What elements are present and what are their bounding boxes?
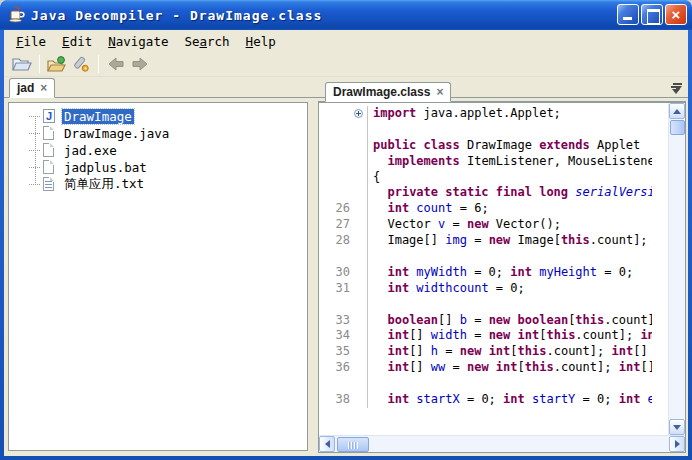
fold-column	[353, 281, 368, 297]
open-file-icon[interactable]	[10, 54, 34, 75]
line-number	[319, 154, 353, 170]
open-type-icon[interactable]	[45, 54, 69, 75]
tree-item-label[interactable]: DrawImage	[62, 109, 134, 124]
tree-item[interactable]: DrawImage	[9, 108, 307, 125]
file-icon	[41, 160, 57, 175]
vertical-scrollbar[interactable]	[668, 103, 685, 435]
editor-tab-list-chevron-icon[interactable]	[671, 86, 680, 94]
tree-connector	[29, 167, 40, 168]
code-line: 27 Vector v = new Vector();	[319, 217, 652, 233]
fold-column	[353, 154, 368, 170]
code-line: 30 int myWidth = 0; int myHeight = 0;	[319, 265, 652, 281]
menu-help[interactable]: Help	[238, 32, 284, 51]
tree-item[interactable]: DrawImage.java	[9, 125, 307, 142]
code-text: int startX = 0; int startY = 0; int endX	[368, 392, 652, 408]
scroll-right-button[interactable]	[669, 436, 685, 452]
line-number	[319, 185, 353, 201]
editor-tabbar: DrawImage.class ×	[318, 80, 686, 102]
tab-drawimage-class[interactable]: DrawImage.class ×	[325, 82, 451, 102]
code-line: 28 Image[] img = new Image[this.count];	[319, 233, 652, 249]
fold-column	[353, 249, 368, 265]
code-text: int[] width = new int[this.count]; int[]	[368, 328, 652, 344]
line-number: 35	[319, 344, 353, 360]
line-number	[319, 170, 353, 186]
file-tree-panel: DrawImageDrawImage.javajad.exejadplus.ba…	[8, 102, 308, 451]
line-number: 31	[319, 281, 353, 297]
line-number: 33	[319, 313, 353, 329]
menu-navigate[interactable]: Navigate	[100, 32, 176, 51]
tree-item[interactable]: jadplus.bat	[9, 159, 307, 176]
code-line: public class DrawImage extends Applet	[319, 138, 652, 154]
fold-column	[353, 265, 368, 281]
tab-jad-label: jad	[17, 81, 34, 95]
code-line: 33 boolean[] b = new boolean[this.count]…	[319, 313, 652, 329]
app-coffee-cup-icon[interactable]	[8, 6, 26, 24]
fold-plus-icon[interactable]	[354, 109, 363, 118]
tree-item-label[interactable]: jadplus.bat	[62, 160, 149, 175]
code-text: private static final long serialVersionU…	[368, 185, 652, 201]
code-line: 35 int[] h = new int[this.count]; int[] …	[319, 344, 652, 360]
fold-column	[353, 217, 368, 233]
fold-column	[353, 297, 368, 313]
back-icon[interactable]	[104, 54, 128, 75]
editor-tab-close-icon[interactable]: ×	[436, 86, 443, 98]
horizontal-scrollbar[interactable]	[319, 435, 685, 452]
code-line	[319, 376, 652, 392]
code-text: Image[] img = new Image[this.count];	[368, 233, 648, 249]
code-line: import java.applet.Applet;	[319, 106, 652, 122]
fold-column	[353, 344, 368, 360]
tree-item-label[interactable]: 简单应用.txt	[62, 176, 146, 193]
tree-item[interactable]: jad.exe	[9, 142, 307, 159]
tab-jad-close-icon[interactable]: ×	[40, 82, 47, 94]
code-line: 26 int count = 6;	[319, 201, 652, 217]
line-number: 38	[319, 392, 353, 408]
code-line: 34 int[] width = new int[this.count]; in…	[319, 328, 652, 344]
code-line	[319, 122, 652, 138]
line-number	[319, 122, 353, 138]
text-file-icon	[41, 177, 57, 192]
code-text: int[] h = new int[this.count]; int[] wid	[368, 344, 652, 360]
code-text	[368, 297, 373, 313]
titlebar[interactable]: Java Decompiler - DrawImage.class ×	[0, 0, 692, 30]
editor-tab-label: DrawImage.class	[333, 85, 430, 99]
code-text: int widthcount = 0;	[368, 281, 525, 297]
java-class-icon	[41, 109, 57, 124]
code-text: implements ItemListener, MouseListener, …	[368, 154, 652, 170]
line-number: 36	[319, 360, 353, 376]
fold-column	[353, 392, 368, 408]
minimize-button[interactable]	[617, 4, 639, 25]
line-number	[319, 106, 353, 122]
tree-connector	[29, 133, 40, 134]
file-icon	[41, 126, 57, 141]
file-icon	[41, 143, 57, 158]
maximize-button[interactable]	[641, 4, 663, 25]
code-line: 31 int widthcount = 0;	[319, 281, 652, 297]
horizontal-scroll-thumb[interactable]	[337, 437, 369, 452]
forward-icon[interactable]	[128, 54, 152, 75]
tree-item-label[interactable]: DrawImage.java	[62, 126, 171, 141]
fold-column	[353, 376, 368, 392]
scroll-up-button[interactable]	[669, 103, 685, 119]
scroll-left-button[interactable]	[319, 436, 335, 452]
tab-jad[interactable]: jad ×	[9, 78, 55, 98]
fold-column	[353, 313, 368, 329]
close-button[interactable]: ×	[665, 4, 687, 25]
vertical-scroll-thumb[interactable]	[670, 120, 685, 135]
menu-search[interactable]: Search	[176, 32, 237, 51]
fold-column	[353, 201, 368, 217]
code-line	[319, 297, 652, 313]
menu-edit[interactable]: Edit	[54, 32, 100, 51]
fold-column	[353, 185, 368, 201]
tree-item-label[interactable]: jad.exe	[62, 143, 119, 158]
line-number: 34	[319, 328, 353, 344]
search-flashlight-icon[interactable]	[69, 54, 93, 75]
menu-file[interactable]: File	[8, 32, 54, 51]
line-number: 27	[319, 217, 353, 233]
code-line: private static final long serialVersionU…	[319, 185, 652, 201]
line-number: 28	[319, 233, 353, 249]
fold-column	[353, 328, 368, 344]
scroll-down-button[interactable]	[669, 419, 685, 435]
tree-connector	[29, 150, 40, 151]
code-text: public class DrawImage extends Applet	[368, 138, 640, 154]
tree-item[interactable]: 简单应用.txt	[9, 176, 307, 193]
